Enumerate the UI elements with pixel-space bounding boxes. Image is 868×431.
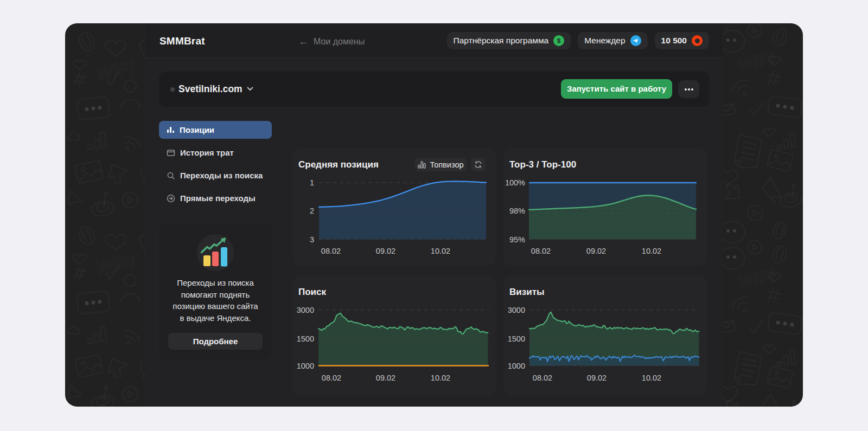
svg-text:98%: 98% <box>509 207 525 215</box>
svg-text:08.02: 08.02 <box>322 374 341 382</box>
svg-text:10.02: 10.02 <box>431 247 450 255</box>
svg-text:WiFi: WiFi <box>94 57 137 83</box>
svg-text:10.02: 10.02 <box>642 247 661 255</box>
svg-text:3000: 3000 <box>508 306 525 314</box>
svg-text:08.02: 08.02 <box>531 247 551 255</box>
svg-text:1000: 1000 <box>508 362 525 370</box>
svg-text:08.02: 08.02 <box>321 247 341 255</box>
svg-text:95%: 95% <box>509 235 525 244</box>
svg-text:100%: 100% <box>505 178 525 187</box>
svg-text:09.02: 09.02 <box>376 247 395 255</box>
svg-text:1500: 1500 <box>508 334 525 343</box>
svg-text:2: 2 <box>310 207 314 215</box>
svg-text:09.02: 09.02 <box>587 374 607 382</box>
svg-text:1000: 1000 <box>297 362 314 370</box>
svg-text:1: 1 <box>310 178 314 187</box>
svg-text:09.02: 09.02 <box>376 374 395 382</box>
svg-text:1500: 1500 <box>297 334 314 343</box>
svg-text:10.02: 10.02 <box>431 374 450 382</box>
svg-text:3: 3 <box>310 235 314 244</box>
svg-text:WiFi: WiFi <box>94 252 137 278</box>
svg-text:10.02: 10.02 <box>642 374 661 382</box>
svg-text:09.02: 09.02 <box>586 247 606 255</box>
svg-text:08.02: 08.02 <box>533 374 552 382</box>
svg-text:$: $ <box>557 37 560 44</box>
svg-text:3000: 3000 <box>297 306 314 314</box>
